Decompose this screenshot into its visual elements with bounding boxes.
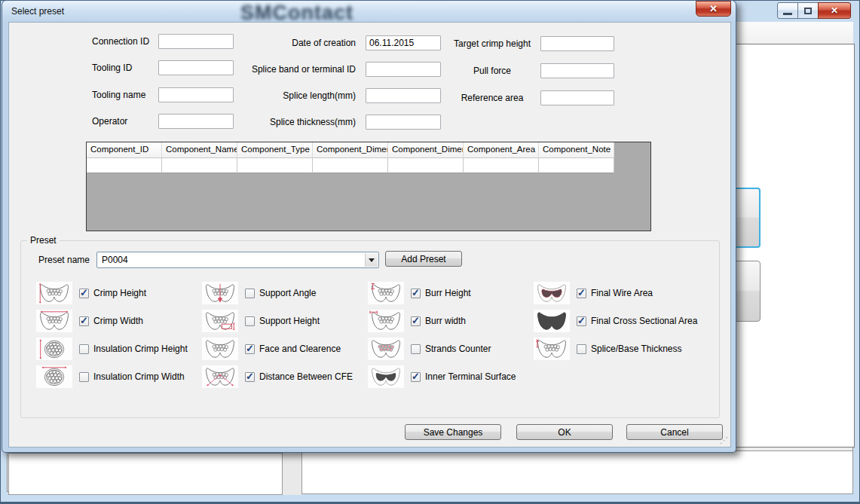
support-angle-checkbox[interactable] [245, 289, 255, 298]
insulation-crimp-height-checkbox[interactable] [79, 344, 89, 354]
chevron-down-icon [369, 258, 375, 262]
final-cross-sectional-area-checkbox[interactable] [577, 316, 586, 326]
checkbox-label: Support Angle [259, 288, 316, 298]
background-bottom-gap [283, 451, 301, 495]
preset-name-label: Preset name [38, 255, 90, 265]
checkbox-label: Distance Between CFE [259, 371, 353, 382]
distance-between-cfe-icon [201, 365, 239, 389]
maximize-button[interactable] [797, 2, 819, 19]
operator-label: Operator [92, 116, 127, 127]
column-header[interactable]: Component_Dimen: [313, 142, 388, 158]
close-icon: ✕ [831, 5, 838, 16]
select-preset-dialog: Select preset SMContact ✕ Connection ID … [2, 0, 736, 453]
checkbox-label: Burr width [425, 316, 466, 326]
insulation-crimp-height-icon [35, 337, 73, 361]
final-wire-area-checkbox[interactable] [577, 289, 586, 298]
table-cell[interactable] [313, 158, 388, 173]
checkbox-label: Strands Counter [425, 344, 491, 354]
column-header[interactable]: Component_ID [87, 142, 162, 158]
reference-area-label: Reference area [450, 93, 534, 103]
crimp-height-icon [35, 281, 73, 305]
tooling-id-label: Tooling ID [92, 63, 132, 73]
face-and-clearence-checkbox[interactable] [245, 344, 255, 354]
checkbox-label: Inner Terminal Surface [425, 371, 516, 382]
splice-base-thickness-checkbox[interactable] [577, 344, 586, 354]
crimp-width-checkbox[interactable] [79, 316, 89, 326]
column-header[interactable]: Component_Name [162, 142, 237, 158]
table-cell[interactable] [464, 158, 539, 173]
column-header[interactable]: Component_Dimen: [388, 142, 464, 158]
inner-terminal-surface-icon [367, 365, 405, 389]
distance-between-cfe-checkbox[interactable] [245, 372, 255, 382]
burr-width-icon [367, 309, 405, 333]
support-height-checkbox[interactable] [245, 316, 255, 326]
checkbox-label: Burr Height [425, 288, 471, 298]
burr-height-icon [367, 281, 405, 305]
components-table: Component_ID Component_Name Component_Ty… [86, 142, 651, 231]
add-preset-button[interactable]: Add Preset [385, 251, 462, 267]
close-icon: ✕ [709, 3, 718, 14]
splice-band-field[interactable] [366, 62, 441, 77]
save-changes-button[interactable]: Save Changes [405, 424, 501, 440]
insulation-crimp-width-checkbox[interactable] [79, 372, 89, 382]
preset-name-value: P0004 [102, 255, 128, 265]
crimp-width-icon [35, 309, 73, 333]
splice-thickness-label: Splice thickness(mm) [220, 117, 356, 127]
minimize-button[interactable] [777, 2, 798, 19]
table-cell[interactable] [87, 158, 162, 173]
cancel-button[interactable]: Cancel [626, 424, 723, 440]
dialog-client-area: Connection ID Tooling ID Tooling name Op… [8, 22, 731, 447]
splice-length-label: Splice length(mm) [220, 90, 356, 101]
table-row [87, 158, 614, 173]
checkbox-label: Final Cross Sectional Area [591, 316, 697, 326]
support-angle-icon [201, 281, 239, 305]
tooling-name-label: Tooling name [92, 90, 145, 100]
pull-force-field[interactable] [540, 63, 614, 78]
table-cell[interactable] [388, 158, 464, 173]
background-bottom-panel-right [301, 451, 853, 494]
inner-terminal-surface-checkbox[interactable] [411, 372, 421, 382]
table-cell[interactable] [162, 158, 237, 173]
column-header[interactable]: Component_Type [237, 142, 313, 158]
column-header[interactable]: Component_Note [539, 142, 614, 158]
strands-counter-checkbox[interactable] [411, 344, 421, 354]
resize-grip-icon[interactable]: ⋰ [720, 435, 728, 445]
checkbox-label: Insulation Crimp Height [93, 344, 188, 354]
reference-area-field[interactable] [540, 90, 614, 105]
splice-band-label: Splice band or terminal ID [220, 64, 356, 75]
burr-width-checkbox[interactable] [411, 316, 421, 326]
screen: ✕ Select preset SMContact ✕ Connection I… [0, 0, 860, 504]
target-crimp-height-field[interactable] [540, 36, 614, 51]
support-height-icon [201, 309, 239, 333]
components-table-header: Component_ID Component_Name Component_Ty… [87, 142, 614, 158]
background-bottom-panel-left [8, 453, 283, 495]
final-cross-sectional-area-icon [533, 309, 571, 333]
ok-button[interactable]: OK [516, 424, 613, 440]
window-close-button[interactable]: ✕ [818, 2, 851, 19]
date-of-creation-field[interactable] [366, 35, 441, 50]
splice-base-thickness-icon [533, 337, 571, 361]
splice-thickness-field[interactable] [366, 115, 441, 130]
preset-name-dropdown[interactable]: P0004 [96, 252, 379, 268]
burr-height-checkbox[interactable] [411, 289, 421, 298]
target-crimp-height-label: Target crimp height [450, 38, 534, 49]
dropdown-arrow-button[interactable] [365, 253, 378, 267]
maximize-icon [804, 8, 812, 14]
pull-force-label: Pull force [450, 66, 534, 76]
crimp-height-checkbox[interactable] [79, 289, 89, 298]
splice-length-field[interactable] [366, 88, 441, 103]
checkbox-label: Insulation Crimp Width [93, 371, 185, 382]
checkbox-label: Splice/Base Thickness [591, 344, 682, 354]
connection-id-label: Connection ID [92, 36, 149, 47]
checkbox-label: Face and Clearence [259, 344, 341, 354]
dialog-titlebar[interactable]: Select preset SMContact ✕ [2, 1, 736, 22]
preset-group-label: Preset [27, 235, 60, 246]
strands-counter-icon [367, 337, 405, 361]
checkbox-label: Support Height [259, 316, 320, 326]
checkbox-label: Final Wire Area [591, 288, 653, 298]
column-header[interactable]: Component_Area [464, 142, 539, 158]
dialog-close-button[interactable]: ✕ [696, 1, 731, 17]
table-cell[interactable] [237, 158, 313, 173]
minimize-icon [783, 13, 792, 15]
table-cell[interactable] [539, 158, 614, 173]
